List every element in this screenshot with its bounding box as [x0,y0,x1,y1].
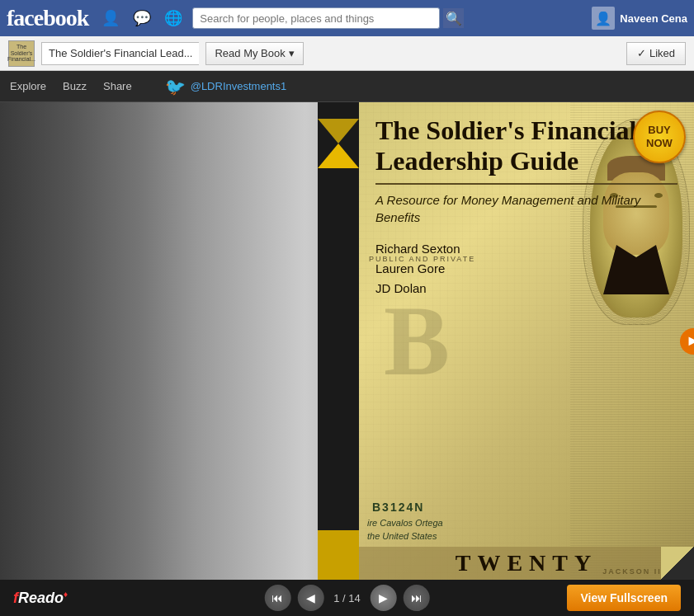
buy-now-badge[interactable]: BUY NOW [633,111,686,163]
messages-icon[interactable]: 💬 [130,9,154,27]
freado-logo: fReado♦ [13,590,68,607]
user-profile[interactable]: 👤 Naveen Cena [592,7,687,30]
current-page: 1 [333,592,339,604]
twitter-bird-icon: 🐦 [165,77,186,96]
avatar: 👤 [592,7,615,30]
triangle-decoration [318,143,359,168]
left-page [0,102,359,580]
bottom-bar: fReado♦ ⏮ ◀ 1 / 14 ▶ ⏭ View Fullscreen [0,580,694,616]
user-name: Naveen Cena [620,12,687,25]
reader-navbar: Explore Buzz Share 🐦 @LDRInvestments1 [0,71,694,102]
book-subtitle: A Resource for Money Management and Mili… [375,191,677,226]
reader-container: Explore Buzz Share 🐦 @LDRInvestments1 BU… [0,71,694,580]
author-2: Lauren Gore [375,259,677,279]
search-button[interactable]: 🔍 [443,7,465,29]
liked-button[interactable]: ✓ Liked [626,42,686,65]
signature-line2: the United States [367,530,443,543]
facebook-header: facebook 👤 💬 🌐 🔍 👤 Naveen Cena [0,0,694,36]
twenty-text: TWENTY [359,547,694,580]
page-separator: / 14 [342,592,361,604]
title-divider [375,183,677,185]
twitter-handle: @LDRInvestments1 [191,80,287,92]
read-book-button[interactable]: Read My Book ▾ [205,42,303,65]
notifications-icon[interactable]: 🌐 [161,9,186,27]
signature-line1: ire Cavalos Ortega [367,517,443,529]
prev-page-button[interactable]: ◀ [297,585,323,611]
app-subheader: The Soldier's Financial... The Soldier's… [0,36,694,71]
book-title-button[interactable]: The Soldier's Financial Lead... [41,42,199,65]
dropdown-icon: ▾ [289,47,295,59]
play-button[interactable]: ▶ [371,585,397,611]
book-thumbnail: The Soldier's Financial... [8,40,35,67]
view-fullscreen-button[interactable]: View Fullscreen [567,585,681,611]
author-3: JD Dolan [375,279,677,299]
triangle-decoration [318,119,359,143]
signature-area: ire Cavalos Ortega the United States [367,517,443,543]
corner-fold [661,547,694,580]
book-cover-title: The Soldier's Financial Leadership Guide [375,115,677,176]
first-page-button[interactable]: ⏮ [264,585,290,611]
page-controls: ⏮ ◀ 1 / 14 ▶ ⏭ [264,585,430,611]
yellow-rect [318,530,359,580]
buzz-nav[interactable]: Buzz [63,77,87,96]
friends-icon[interactable]: 👤 [98,9,123,27]
twitter-widget[interactable]: 🐦 @LDRInvestments1 [165,77,287,96]
facebook-logo[interactable]: facebook [7,5,88,31]
share-nav[interactable]: Share [103,77,132,96]
explore-nav[interactable]: Explore [10,77,46,96]
yellow-accent [318,102,359,580]
last-page-button[interactable]: ⏭ [404,585,430,611]
serial-number: B3124N [372,501,424,514]
page-indicator: 1 / 14 [330,592,364,604]
book-authors: Richard Sexton Lauren Gore JD Dolan [375,239,677,299]
pages-area: BUY NOW The Soldier's Financial Leadersh… [0,102,694,580]
author-1: Richard Sexton [375,239,677,259]
search-input[interactable] [192,7,440,29]
right-page: BUY NOW The Soldier's Financial Leadersh… [359,102,694,580]
